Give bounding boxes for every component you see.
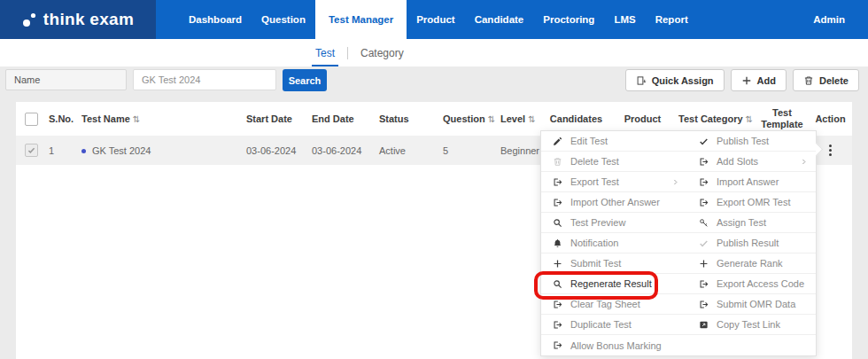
export-icon bbox=[553, 300, 562, 309]
menu-item-publish-test[interactable]: Publish Test bbox=[687, 131, 816, 152]
row-cell-test_name: GK Test 2024 bbox=[78, 145, 242, 156]
nav-item-test-manager[interactable]: Test Manager bbox=[315, 0, 407, 39]
search-icon bbox=[553, 218, 562, 228]
nav-item-product[interactable]: Product bbox=[407, 0, 464, 39]
select-all-checkbox[interactable] bbox=[25, 113, 38, 126]
row-cell-end: 03-06-2024 bbox=[308, 145, 375, 156]
trash-icon bbox=[803, 75, 814, 86]
brand-logo[interactable]: think exam bbox=[0, 0, 156, 39]
nav-item-dashboard[interactable]: Dashboard bbox=[179, 0, 252, 39]
menu-item-generate-rank[interactable]: Generate Rank bbox=[687, 254, 816, 274]
menu-item-publish-result[interactable]: Publish Result bbox=[687, 233, 816, 254]
row-checkbox[interactable] bbox=[25, 144, 38, 157]
quick-assign-button[interactable]: Quick Assign bbox=[625, 69, 725, 91]
nav-item-proctoring[interactable]: Proctoring bbox=[533, 0, 604, 39]
test-name-text[interactable]: GK Test 2024 bbox=[92, 145, 151, 156]
column-header-product: Product bbox=[609, 113, 676, 124]
plus-icon bbox=[553, 259, 562, 269]
export-icon bbox=[699, 157, 709, 167]
chevron-right-icon bbox=[800, 158, 808, 166]
chevron-down-icon bbox=[108, 75, 118, 85]
app-screen: think exam DashboardQuestionTest Manager… bbox=[0, 0, 868, 359]
tab-test[interactable]: Test bbox=[303, 39, 347, 66]
sort-icon[interactable]: ⇅ bbox=[133, 114, 140, 124]
menu-item-delete-test[interactable]: Delete Test bbox=[541, 152, 687, 172]
menu-item-label: Export Test bbox=[570, 176, 619, 187]
column-header-question[interactable]: Question⇅ bbox=[437, 113, 494, 124]
menu-item-label: Copy Test Link bbox=[717, 319, 780, 330]
column-header-test_name[interactable]: Test Name⇅ bbox=[78, 113, 242, 124]
menu-item-label: Allow Bonus Marking bbox=[570, 340, 662, 351]
sort-icon[interactable]: ⇅ bbox=[746, 114, 753, 124]
admin-label: Admin bbox=[813, 14, 845, 25]
menu-item-assign-test[interactable]: Assign Test bbox=[687, 213, 816, 233]
check-icon bbox=[699, 137, 709, 146]
menu-item-import-answer[interactable]: Import Answer bbox=[687, 172, 816, 192]
nav-item-lms[interactable]: LMS bbox=[604, 0, 645, 39]
menu-item-label: Regenerate Result bbox=[570, 278, 652, 289]
menu-item-submit-test[interactable]: Submit Test bbox=[541, 254, 687, 274]
button-label: Quick Assign bbox=[652, 75, 714, 86]
menu-item-label: Submit Test bbox=[570, 258, 621, 269]
menu-item-label: Import Answer bbox=[717, 176, 779, 187]
menu-item-export-access-code[interactable]: Export Access Code bbox=[687, 274, 816, 294]
menu-item-allow-bonus-marking[interactable]: Allow Bonus Marking bbox=[541, 335, 687, 355]
menu-item-import-other-answer[interactable]: Import Other Answer bbox=[541, 192, 687, 213]
menu-item-label: Assign Test bbox=[717, 217, 766, 228]
menu-item-export-test[interactable]: Export Test bbox=[541, 172, 687, 192]
nav-item-question[interactable]: Question bbox=[252, 0, 315, 39]
search-icon bbox=[553, 279, 562, 289]
search-button[interactable]: Search bbox=[283, 69, 327, 91]
menu-item-edit-test[interactable]: Edit Test bbox=[541, 131, 687, 152]
menu-item-duplicate-test[interactable]: Duplicate Test bbox=[541, 315, 687, 335]
subtab-strip: TestCategory bbox=[0, 39, 868, 66]
menu-item-label: Import Other Answer bbox=[570, 197, 660, 207]
export-icon bbox=[699, 198, 709, 207]
nav-item-candidate[interactable]: Candidate bbox=[465, 0, 534, 39]
status-dot bbox=[81, 149, 86, 153]
export-icon bbox=[699, 279, 709, 289]
row-action-menu: Edit TestDelete TestExport TestImport Ot… bbox=[540, 130, 817, 356]
tab-category[interactable]: Category bbox=[348, 39, 416, 66]
menu-item-label: Publish Result bbox=[717, 238, 779, 248]
menu-item-label: Clear Tag Sheet bbox=[570, 299, 640, 309]
menu-item-label: Submit OMR Data bbox=[717, 299, 795, 309]
bell-icon bbox=[553, 238, 562, 248]
export-icon bbox=[699, 300, 709, 309]
brand-name: think exam bbox=[43, 10, 134, 29]
menu-item-label: Add Slots bbox=[717, 156, 758, 167]
add-button[interactable]: Add bbox=[731, 69, 787, 91]
admin-menu[interactable]: Admin bbox=[813, 0, 859, 39]
quick-assign-icon bbox=[636, 75, 647, 86]
menu-item-copy-test-link[interactable]: Copy Test Link bbox=[687, 315, 816, 335]
menu-item-label: Export Access Code bbox=[717, 278, 804, 289]
row-action-button[interactable] bbox=[824, 141, 837, 160]
column-header-level[interactable]: Level⇅ bbox=[494, 113, 543, 124]
column-header-end: End Date bbox=[308, 113, 375, 124]
menu-item-regenerate-result[interactable]: Regenerate Result bbox=[541, 274, 687, 294]
filter-field-select[interactable]: Name bbox=[5, 69, 127, 90]
delete-button[interactable]: Delete bbox=[793, 69, 859, 91]
chevron-down-icon bbox=[850, 15, 859, 24]
menu-item-notification[interactable]: Notification bbox=[541, 233, 687, 254]
column-header-category[interactable]: Test Category⇅ bbox=[676, 113, 756, 124]
sort-icon[interactable]: ⇅ bbox=[528, 114, 535, 124]
row-cell-level: Beginner bbox=[494, 145, 543, 156]
export-icon bbox=[553, 177, 562, 187]
nav-item-report[interactable]: Report bbox=[646, 0, 698, 39]
menu-item-label: Test Preview bbox=[570, 217, 625, 228]
menu-item-submit-omr-data[interactable]: Submit OMR Data bbox=[687, 294, 816, 315]
search-input[interactable] bbox=[133, 69, 276, 90]
menu-right-column: Publish TestAdd SlotsImport AnswerExport… bbox=[687, 131, 816, 355]
button-label: Delete bbox=[819, 75, 849, 86]
menu-item-clear-tag-sheet[interactable]: Clear Tag Sheet bbox=[541, 294, 687, 315]
menu-item-label: Generate Rank bbox=[717, 258, 783, 269]
column-header-candidates: Candidates bbox=[543, 113, 609, 124]
menu-item-export-omr-test[interactable]: Export OMR Test bbox=[687, 192, 816, 213]
button-label: Add bbox=[757, 75, 776, 86]
menu-item-label: Notification bbox=[570, 238, 618, 248]
menu-item-test-preview[interactable]: Test Preview bbox=[541, 213, 687, 233]
menu-item-add-slots[interactable]: Add Slots bbox=[687, 152, 816, 172]
plus-icon bbox=[699, 259, 709, 269]
menu-item-label: Export OMR Test bbox=[717, 197, 791, 207]
